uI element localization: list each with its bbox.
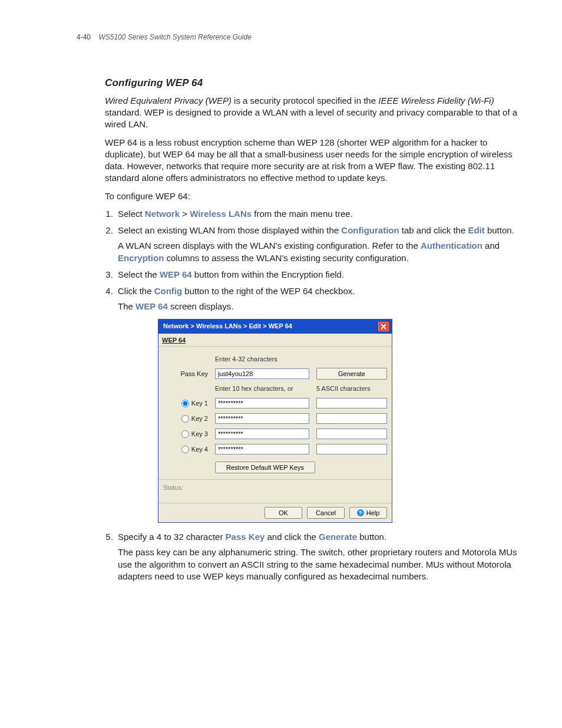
key2-hex-input[interactable] (215, 413, 309, 424)
key2-ascii-input[interactable] (316, 413, 387, 424)
lead-line: To configure WEP 64: (105, 190, 527, 202)
step-2: Select an existing WLAN from those displ… (115, 225, 527, 264)
ok-button[interactable]: OK (265, 507, 302, 519)
passkey-input[interactable] (215, 368, 309, 379)
ui-wep64-screen: WEP 64 (135, 301, 168, 311)
intro-paragraph-2: WEP 64 is a less robust encryption schem… (105, 137, 527, 185)
step-4: Click the Config button to the right of … (115, 285, 527, 523)
dialog-titlebar: Network > Wireless LANs > Edit > WEP 64 (158, 319, 392, 334)
wep64-dialog: Network > Wireless LANs > Edit > WEP 64 … (158, 319, 392, 523)
cancel-button[interactable]: Cancel (307, 507, 345, 519)
term-wifi: IEEE Wireless Fidelity (Wi-Fi) (378, 95, 494, 106)
key4-ascii-input[interactable] (316, 444, 387, 454)
ui-passkey: Pass Key (226, 532, 265, 542)
key1-ascii-input[interactable] (316, 398, 387, 409)
passkey-label: Pass Key (166, 370, 208, 378)
key1-radio-input[interactable] (181, 400, 189, 407)
ui-edit: Edit (468, 225, 484, 235)
key1-label: Key 1 (191, 399, 208, 408)
ui-wireless-lans: Wireless LANs (190, 209, 252, 219)
restore-defaults-button[interactable]: Restore Default WEP Keys (215, 462, 315, 473)
term-wep: Wired Equivalent Privacy (WEP) (105, 95, 232, 106)
step-5-body: The pass key can be any alphanumeric str… (118, 546, 527, 582)
ui-authentication: Authentication (421, 241, 482, 251)
close-icon[interactable] (378, 321, 389, 332)
dialog-caption: WEP 64 (158, 334, 392, 347)
ui-configuration: Configuration (341, 225, 399, 235)
key3-radio[interactable]: Key 3 (166, 430, 208, 439)
key2-label: Key 2 (191, 414, 208, 423)
key1-radio[interactable]: Key 1 (166, 399, 208, 408)
key3-ascii-input[interactable] (316, 429, 387, 439)
step-3: Select the WEP 64 button from within the… (115, 269, 527, 281)
ui-generate: Generate (319, 532, 357, 542)
key4-label: Key 4 (191, 445, 208, 454)
running-header: 4-40 WS5100 Series Switch System Referen… (77, 33, 527, 41)
key2-radio-input[interactable] (181, 415, 189, 423)
key3-radio-input[interactable] (181, 430, 189, 438)
hint-ascii: 5 ASCII characters (316, 384, 387, 393)
step-5: Specify a 4 to 32 character Pass Key and… (115, 531, 527, 582)
section-heading: Configuring WEP 64 (105, 77, 527, 90)
help-icon: ? (357, 509, 364, 516)
page-number: 4-40 (77, 33, 91, 41)
ui-network: Network (145, 209, 180, 219)
doc-title: WS5100 Series Switch System Reference Gu… (98, 33, 251, 41)
ui-wep64: WEP 64 (160, 269, 192, 279)
key3-hex-input[interactable] (215, 429, 309, 439)
key4-hex-input[interactable] (215, 444, 309, 454)
key3-label: Key 3 (191, 430, 208, 439)
ui-encryption: Encryption (118, 253, 164, 263)
intro-paragraph-1: Wired Equivalent Privacy (WEP) is a secu… (105, 95, 527, 131)
generate-button[interactable]: Generate (316, 368, 387, 380)
key4-radio[interactable]: Key 4 (166, 445, 208, 454)
dialog-title: Network > Wireless LANs > Edit > WEP 64 (163, 322, 292, 331)
key4-radio-input[interactable] (181, 446, 189, 453)
help-button[interactable]: ?Help (349, 507, 387, 519)
hint-hex: Enter 10 hex characters, or (215, 384, 309, 393)
status-bar: Status: (158, 479, 392, 503)
key1-hex-input[interactable] (215, 398, 309, 409)
ui-config: Config (154, 286, 182, 296)
hint-passkey: Enter 4-32 characters (215, 355, 309, 364)
step-1: Select Network > Wireless LANs from the … (115, 208, 527, 220)
key2-radio[interactable]: Key 2 (166, 414, 208, 423)
